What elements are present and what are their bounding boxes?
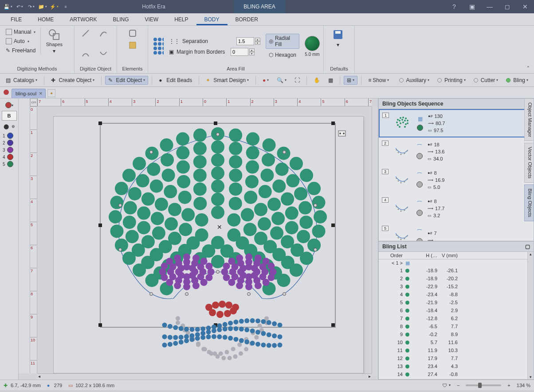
seq-item[interactable]: 1 ▦ ●# 130 ⟿ 80.7 ▭ 97.5 [379, 109, 527, 137]
separation-input[interactable] [236, 37, 254, 45]
blist-row[interactable]: 8-6.57.7 [379, 323, 534, 331]
grid-button[interactable]: ▦ [325, 76, 336, 85]
menu-border[interactable]: BORDER [228, 15, 266, 25]
new-tab-button[interactable]: ✦ [47, 89, 55, 97]
cutter-toggle[interactable]: Cutter▾ [471, 76, 502, 85]
defaults-button[interactable]: ▾ [327, 27, 349, 49]
qat-folder-icon[interactable]: 📁▾ [37, 2, 48, 12]
blist-row[interactable]: 4-23.4-8.8 [379, 291, 534, 299]
shapes-button[interactable]: Shapes▾ [43, 27, 65, 55]
blist-scrollbar[interactable]: ▴▾ [527, 252, 534, 379]
auxiliary-toggle[interactable]: Auxiliary▾ [396, 76, 432, 85]
color-row[interactable]: 1 [1, 132, 17, 139]
bling-toggle[interactable]: Bling▾ [503, 76, 531, 85]
help-icon[interactable]: ? [445, 0, 463, 13]
tool-b-button[interactable]: 🔍▾ [274, 76, 290, 85]
tool-a-button[interactable]: ●▾ [259, 76, 272, 85]
blist-row[interactable]: 7-12.86.2 [379, 315, 534, 323]
close-icon[interactable]: ✕ [516, 0, 534, 13]
menu-file[interactable]: FILE [3, 15, 30, 25]
minimize-icon[interactable]: — [481, 0, 499, 13]
edit-beads-button[interactable]: ●Edit Beads [156, 76, 195, 85]
blist-group-row[interactable]: < 1 > ▦ [379, 259, 534, 267]
ribbon-collapse-icon[interactable]: ˄ [527, 66, 530, 71]
status-shield-icon[interactable]: 🛡▾ [442, 383, 451, 388]
blist-row[interactable]: 1427.4-0.8 [379, 371, 534, 379]
blist-row[interactable]: 1-18.9-26.1 [379, 267, 534, 275]
zoom-in-icon[interactable]: + [507, 383, 510, 388]
seq-item[interactable]: 3 ⁀ ●# 8 ⟿ 16.9 ▭ 5.0 [379, 166, 527, 194]
blist-row[interactable]: 3-22.9-15.2 [379, 283, 534, 291]
blist-header[interactable]: Order H (… V (mm) [379, 252, 534, 259]
zoom-slider[interactable] [466, 384, 501, 386]
hexagon-button[interactable]: ⬡Hexagon [266, 51, 299, 59]
side-tab-object-manager[interactable]: Object Manager [524, 98, 534, 141]
element-a-icon[interactable] [125, 27, 140, 39]
blist-row[interactable]: 105.711.6 [379, 339, 534, 347]
blist-row[interactable]: 2-18.9-20.2 [379, 275, 534, 283]
horizontal-ruler[interactable]: 765432101234567 [37, 98, 372, 106]
ribbon-toggle-icon[interactable]: ▣ [463, 0, 481, 13]
qat-save-icon[interactable]: 💾▾ [3, 2, 13, 12]
menu-view[interactable]: VIEW [137, 15, 166, 25]
arc-tool-icon[interactable] [78, 48, 93, 59]
arc2-tool-icon[interactable] [96, 48, 111, 59]
color-row[interactable]: 2 [1, 139, 17, 146]
qat-more-icon[interactable]: ≡ [60, 2, 71, 12]
zoom-value[interactable]: 134 % [517, 383, 530, 388]
catalogs-button[interactable]: ▤Catalogs▾ [3, 76, 40, 85]
menu-bling[interactable]: BLING [105, 15, 137, 25]
blist-row[interactable]: 6-18.42.9 [379, 307, 534, 315]
qat-undo-icon[interactable]: ↶▾ [14, 2, 25, 12]
context-tab[interactable]: BLING AREA [234, 0, 285, 13]
edit-object-button[interactable]: ✎Edit Object▾ [105, 76, 148, 85]
freehand-button[interactable]: ✎FreeHand [4, 46, 38, 55]
tab-close-icon[interactable]: × [39, 90, 43, 97]
blist-row[interactable]: 1217.97.7 [379, 355, 534, 363]
create-object-button[interactable]: ✚Create Object▾ [48, 76, 98, 85]
blist-row[interactable]: 1323.44.3 [379, 363, 534, 371]
side-tab-bling-objects[interactable]: Bling Objects [524, 184, 534, 221]
document-tab[interactable]: bling-soul× [12, 89, 46, 98]
curve-tool-icon[interactable] [96, 27, 111, 39]
pan-button[interactable]: ✋ [310, 76, 323, 85]
palette-c-button[interactable]: ⬤⊕ [2, 122, 17, 131]
margin-input[interactable] [231, 48, 248, 56]
qat-run-icon[interactable]: ⚡▾ [49, 2, 59, 12]
printing-toggle[interactable]: Printing▾ [434, 76, 469, 85]
smart-design-button[interactable]: ✦Smart Design▾ [203, 76, 252, 85]
spin-up-icon[interactable]: ▴ [249, 48, 255, 52]
menu-help[interactable]: HELP [166, 15, 196, 25]
seq-item[interactable]: 4 ⁀ ●# 8 ⟿ 17.7 ▭ 3.2 [379, 194, 527, 223]
h-scrollbar[interactable]: ◂▸ [37, 373, 372, 380]
color-row[interactable]: 4 [1, 153, 17, 161]
radial-fill-button[interactable]: ◎Radial Fill [266, 34, 299, 49]
seq-item[interactable]: 5 ⁀ ●# 7 ⟿ [379, 223, 527, 241]
color-row[interactable]: 5 [1, 161, 17, 168]
menu-home[interactable]: HOME [30, 15, 62, 25]
auto-button[interactable]: Auto▾ [4, 37, 38, 46]
blist-row[interactable]: 1111.910.3 [379, 347, 534, 355]
menu-artwork[interactable]: ARTWORK [62, 15, 105, 25]
mode-b-button[interactable]: B [2, 111, 17, 121]
blist-row[interactable]: 5-21.9-2.5 [379, 299, 534, 307]
bead-preview[interactable] [305, 36, 320, 51]
manual-button[interactable]: Manual▾ [4, 27, 38, 36]
v-scrollbar[interactable] [372, 106, 378, 373]
menu-body[interactable]: BODY [196, 15, 228, 25]
side-tab-vector-objects[interactable]: Vector Objects [524, 143, 534, 183]
doc-home-icon[interactable] [3, 89, 10, 96]
spin-up-icon[interactable]: ▴ [255, 38, 260, 41]
tool-c-button[interactable]: ⛶ [291, 76, 303, 85]
snap-button[interactable]: ⊞▾ [344, 76, 357, 85]
panel-max-icon[interactable]: ▢ [525, 243, 530, 250]
zoom-out-icon[interactable]: − [457, 383, 459, 388]
spin-down-icon[interactable]: ▾ [255, 41, 260, 45]
element-b-icon[interactable] [125, 39, 140, 51]
maximize-icon[interactable]: ◻ [499, 0, 516, 13]
design-canvas[interactable]: ✕ [54, 117, 364, 374]
line-tool-icon[interactable] [78, 27, 93, 39]
qat-redo-icon[interactable]: ↷▾ [26, 2, 36, 12]
show-button[interactable]: ≡Show▾ [365, 76, 392, 85]
vertical-ruler[interactable]: 01234567891011 [30, 106, 37, 373]
